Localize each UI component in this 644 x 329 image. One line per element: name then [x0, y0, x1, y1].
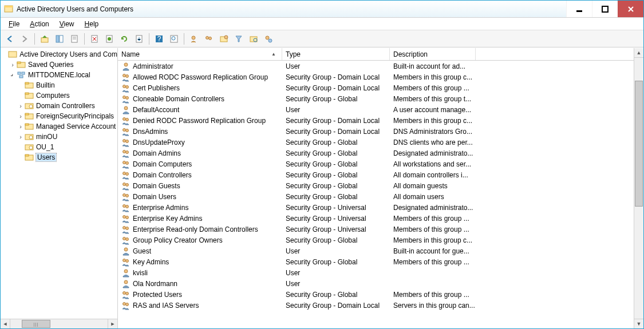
tree-domain[interactable]: › MITTDOMENE.local — [1, 70, 117, 80]
list-row[interactable]: AdministratorUserBuilt-in account for ad… — [118, 61, 634, 72]
back-button[interactable] — [3, 32, 17, 46]
close-button[interactable] — [618, 1, 643, 17]
list-row[interactable]: Cloneable Domain ControllersSecurity Gro… — [118, 93, 634, 104]
row-desc: Members in this group c... — [390, 73, 533, 81]
row-desc: Members of this group t... — [390, 95, 533, 103]
svg-point-75 — [123, 215, 126, 218]
list-row[interactable]: RAS and IAS ServersSecurity Group - Doma… — [118, 300, 634, 311]
expand-twisty-icon[interactable]: › — [17, 113, 25, 120]
scroll-up-button[interactable]: ▲ — [634, 48, 643, 58]
menu-view[interactable]: View — [55, 19, 79, 29]
list-row[interactable]: GuestUserBuilt-in account for gue... — [118, 245, 634, 256]
menubar: File Action View Help — [1, 18, 643, 30]
tree-builtin[interactable]: Builtin — [1, 80, 117, 90]
list-row[interactable]: Domain ComputersSecurity Group - GlobalA… — [118, 158, 634, 169]
scroll-down-button[interactable]: ▼ — [634, 319, 643, 328]
find-button[interactable] — [167, 32, 181, 46]
folder-icon — [17, 60, 26, 69]
list-row[interactable]: DnsAdminsSecurity Group - Domain LocalDN… — [118, 126, 634, 137]
svg-point-87 — [126, 292, 129, 295]
tree-saved-queries[interactable]: › Saved Queries — [1, 60, 117, 70]
row-type: Security Group - Global — [282, 171, 390, 179]
row-desc: Designated administrato... — [390, 149, 533, 157]
column-name[interactable]: Name▲ — [118, 48, 282, 60]
scroll-thumb[interactable] — [635, 81, 643, 207]
new-group-button[interactable] — [202, 32, 216, 46]
list-row[interactable]: Enterprise Read-only Domain ControllersS… — [118, 224, 634, 235]
list-body[interactable]: AdministratorUserBuilt-in account for ad… — [118, 61, 634, 328]
tree-root[interactable]: Active Directory Users and Com — [1, 49, 117, 60]
svg-point-79 — [123, 237, 126, 240]
expand-twisty-icon[interactable]: › — [17, 123, 25, 130]
expand-twisty-icon[interactable]: › — [9, 61, 17, 68]
svg-point-18 — [192, 36, 195, 39]
tree-pane[interactable]: Active Directory Users and Com › Saved Q… — [1, 48, 118, 328]
list-row[interactable]: DnsUpdateProxySecurity Group - GlobalDNS… — [118, 137, 634, 148]
tree-hscrollbar[interactable]: ◄ ||| ► — [1, 319, 117, 328]
refresh-button[interactable] — [117, 32, 131, 46]
list-row[interactable]: Denied RODC Password Replication GroupSe… — [118, 115, 634, 126]
filter-button[interactable] — [232, 32, 246, 46]
row-name: Domain Guests — [133, 182, 180, 190]
cut-button[interactable] — [68, 32, 81, 46]
properties-button[interactable] — [102, 32, 116, 46]
list-row[interactable]: DefaultAccountUserA user account manage.… — [118, 104, 634, 115]
menu-help[interactable]: Help — [80, 19, 104, 29]
export-button[interactable] — [132, 32, 146, 46]
search-button[interactable] — [247, 32, 260, 46]
row-name: Domain Computers — [133, 160, 192, 168]
menu-action[interactable]: Action — [25, 19, 53, 29]
list-row[interactable]: Key AdminsSecurity Group - GlobalMembers… — [118, 256, 634, 267]
svg-point-81 — [124, 248, 128, 251]
new-ou-button[interactable] — [217, 32, 231, 46]
scroll-track[interactable] — [634, 58, 643, 319]
tree-view[interactable]: Active Directory Users and Com › Saved Q… — [1, 48, 117, 319]
list-row[interactable]: Cert PublishersSecurity Group - Domain L… — [118, 82, 634, 93]
titlebar[interactable]: Active Directory Users and Computers — [1, 1, 643, 18]
delete-button[interactable] — [88, 32, 101, 46]
list-row[interactable]: Domain GuestsSecurity Group - GlobalAll … — [118, 180, 634, 191]
list-row[interactable]: Domain AdminsSecurity Group - GlobalDesi… — [118, 148, 634, 158]
tree-fsp[interactable]: › ForeignSecurityPrincipals — [1, 111, 117, 121]
tree-msa[interactable]: › Managed Service Account — [1, 121, 117, 132]
scroll-right-button[interactable]: ► — [108, 319, 117, 328]
group-icon — [121, 181, 131, 191]
add-to-group-button[interactable] — [262, 32, 275, 46]
list-row[interactable]: Allowed RODC Password Replication GroupS… — [118, 72, 634, 82]
new-user-button[interactable] — [187, 32, 201, 46]
tree-domain-controllers[interactable]: › Domain Controllers — [1, 101, 117, 111]
list-row[interactable]: Enterprise AdminsSecurity Group - Univer… — [118, 202, 634, 213]
show-hide-tree-button[interactable] — [53, 32, 66, 46]
list-row[interactable]: Protected UsersSecurity Group - GlobalMe… — [118, 289, 634, 300]
expand-twisty-icon[interactable]: › — [17, 133, 25, 140]
row-name: Key Admins — [133, 258, 169, 266]
scroll-thumb[interactable]: ||| — [22, 320, 50, 328]
scroll-track[interactable]: ||| — [10, 319, 108, 328]
list-row[interactable]: Enterprise Key AdminsSecurity Group - Un… — [118, 213, 634, 224]
tree-ou1[interactable]: OU_1 — [1, 142, 117, 152]
svg-point-70 — [126, 183, 129, 186]
list-row[interactable]: Domain ControllersSecurity Group - Globa… — [118, 169, 634, 180]
expand-twisty-icon[interactable]: › — [17, 102, 25, 109]
svg-point-65 — [123, 161, 126, 164]
maximize-button[interactable] — [592, 1, 618, 17]
svg-point-38 — [29, 105, 33, 108]
list-row[interactable]: Ola NordmannUser — [118, 278, 634, 289]
tree-users[interactable]: Users — [1, 152, 117, 162]
help-button[interactable]: ? — [152, 32, 166, 46]
tree-computers[interactable]: Computers — [1, 90, 117, 101]
up-button[interactable] — [38, 32, 52, 46]
list-vscrollbar[interactable]: ▲ ▼ — [634, 48, 643, 328]
list-row[interactable]: Domain UsersSecurity Group - GlobalAll d… — [118, 191, 634, 202]
scroll-left-button[interactable]: ◄ — [1, 319, 10, 328]
forward-button[interactable] — [18, 32, 31, 46]
tree-minou[interactable]: › minOU — [1, 132, 117, 142]
column-type[interactable]: Type — [282, 48, 390, 60]
list-row[interactable]: kvisliUser — [118, 267, 634, 278]
list-row[interactable]: Group Policy Creator OwnersSecurity Grou… — [118, 235, 634, 245]
column-description[interactable]: Description — [390, 48, 476, 60]
minimize-button[interactable] — [566, 1, 592, 17]
svg-rect-5 — [56, 35, 59, 42]
row-type: Security Group - Domain Local — [282, 302, 390, 310]
menu-file[interactable]: File — [4, 19, 24, 29]
